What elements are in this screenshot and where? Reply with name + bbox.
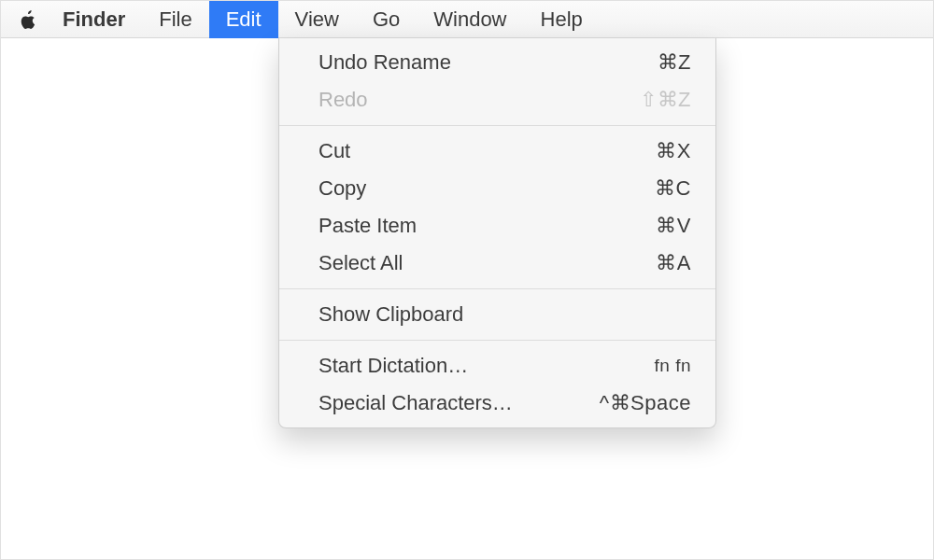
menu-select-all[interactable]: Select All ⌘A [279,245,715,282]
menu-item-shortcut: ⌘A [656,248,691,278]
menu-item-label: Paste Item [318,211,417,241]
menu-item-label: Show Clipboard [318,300,463,329]
menu-item-label: Special Characters… [318,388,513,418]
apple-logo-icon[interactable] [18,9,38,30]
menu-separator [279,340,715,341]
menu-go[interactable]: Go [356,1,417,38]
menu-paste-item[interactable]: Paste Item ⌘V [279,207,715,245]
menu-redo: Redo ⇧⌘Z [279,81,715,119]
menu-item-shortcut: ⌘V [656,211,691,241]
menu-edit[interactable]: Edit [209,1,278,38]
desktop-area: Undo Rename ⌘Z Redo ⇧⌘Z Cut ⌘X Copy ⌘C P… [1,38,933,559]
menu-show-clipboard[interactable]: Show Clipboard [279,296,715,333]
menu-item-label: Copy [318,174,366,203]
menu-separator [279,288,715,289]
menu-help[interactable]: Help [524,1,600,38]
menu-item-label: Start Dictation… [318,351,468,381]
menu-item-shortcut: ⌘Z [658,48,691,77]
menu-item-label: Undo Rename [318,48,451,77]
menu-separator [279,125,715,126]
menu-item-shortcut: ⌘C [655,174,691,203]
menu-item-shortcut: ⌘X [656,136,691,166]
menu-undo-rename[interactable]: Undo Rename ⌘Z [279,44,715,81]
menu-file[interactable]: File [142,1,208,38]
edit-dropdown-menu: Undo Rename ⌘Z Redo ⇧⌘Z Cut ⌘X Copy ⌘C P… [278,38,716,428]
menu-item-shortcut: ⇧⌘Z [640,85,691,115]
menubar: Finder File Edit View Go Window Help [1,1,933,38]
menu-app-name[interactable]: Finder [63,1,142,38]
menu-item-shortcut: fn fn [655,351,691,381]
menu-special-characters[interactable]: Special Characters… ^⌘Space [279,385,715,422]
menu-view[interactable]: View [278,1,356,38]
menu-item-label: Redo [318,85,368,115]
menu-item-shortcut: ^⌘Space [600,388,691,418]
menu-cut[interactable]: Cut ⌘X [279,133,715,170]
menu-item-label: Cut [318,136,350,166]
menu-window[interactable]: Window [417,1,523,38]
menu-copy[interactable]: Copy ⌘C [279,170,715,207]
menu-start-dictation[interactable]: Start Dictation… fn fn [279,347,715,385]
menu-item-label: Select All [318,248,403,278]
